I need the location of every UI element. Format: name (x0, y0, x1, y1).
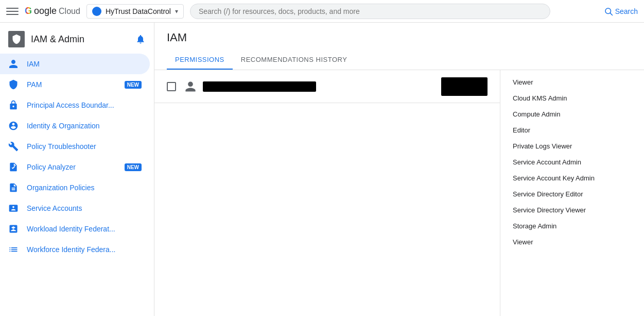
shield-icon (8, 31, 25, 47)
redacted-email (203, 81, 316, 92)
tabs: PERMISSIONS RECOMMENDATIONS HISTORY (167, 51, 632, 70)
shield-small-icon (8, 79, 19, 90)
sidebar-item-principal-access-label: Principal Access Boundar... (27, 101, 142, 109)
row-checkbox[interactable] (167, 82, 176, 91)
sidebar-title: IAM & Admin (31, 34, 84, 45)
project-selector[interactable]: HyTrust DataControl ▾ (86, 4, 184, 19)
role-item-editor[interactable]: Editor (500, 122, 644, 138)
page-title: IAM (167, 31, 632, 44)
sidebar-item-workforce-identity-label: Workforce Identity Federa... (27, 245, 142, 254)
main-header: IAM PERMISSIONS RECOMMENDATIONS HISTORY (154, 23, 644, 70)
search-icon (604, 7, 613, 16)
sidebar-item-org-policies-label: Organization Policies (27, 184, 142, 192)
policy-analyzer-new-badge: NEW (125, 163, 142, 171)
table-content (154, 70, 500, 316)
role-item-service-directory-viewer[interactable]: Service Directory Viewer (500, 202, 644, 218)
box-icon (8, 224, 19, 234)
sidebar-item-workload-identity-label: Workload Identity Federat... (27, 225, 142, 233)
sidebar-nav: IAM PAM NEW Principal Acce (0, 54, 154, 316)
topbar: G oogle Cloud HyTrust DataControl ▾ Sear… (0, 0, 644, 23)
role-item-viewer-2[interactable]: Viewer (500, 234, 644, 250)
search-bar[interactable] (190, 4, 550, 19)
sidebar-item-identity-org-label: Identity & Organization (27, 122, 142, 130)
role-item-storage-admin[interactable]: Storage Admin (500, 218, 644, 234)
sidebar-item-policy-analyzer-label: Policy Analyzer (27, 163, 116, 171)
pam-new-badge: NEW (125, 81, 142, 89)
tab-permissions[interactable]: PERMISSIONS (167, 51, 233, 70)
lock-icon (8, 100, 19, 110)
person-icon (8, 59, 19, 69)
table-row (154, 70, 500, 103)
sidebar-item-identity-org[interactable]: Identity & Organization (0, 115, 150, 136)
role-item-viewer-1[interactable]: Viewer (500, 74, 644, 90)
sidebar-item-policy-troubleshooter[interactable]: Policy Troubleshooter (0, 136, 150, 157)
sidebar-item-pam[interactable]: PAM NEW (0, 74, 150, 95)
list-check-icon (8, 162, 19, 172)
sidebar-item-service-accounts-label: Service Accounts (27, 204, 142, 212)
search-input[interactable] (199, 7, 542, 15)
role-item-private-logs-viewer[interactable]: Private Logs Viewer (500, 138, 644, 154)
hamburger-menu[interactable] (6, 5, 19, 18)
roles-panel: Viewer Cloud KMS Admin Compute Admin Edi… (500, 70, 644, 316)
chevron-down-icon: ▾ (175, 8, 178, 15)
google-logo-text: G (25, 6, 32, 16)
cloud-text: Cloud (59, 7, 80, 16)
role-item-compute-admin[interactable]: Compute Admin (500, 106, 644, 122)
svg-line-1 (610, 13, 612, 15)
list-icon (8, 244, 19, 255)
sidebar-item-workforce-identity[interactable]: Workforce Identity Federa... (0, 239, 150, 260)
sidebar-item-policy-troubleshooter-label: Policy Troubleshooter (27, 142, 142, 151)
sidebar-item-policy-analyzer[interactable]: Policy Analyzer NEW (0, 157, 150, 177)
person-circle-icon (8, 121, 19, 131)
table-area: Viewer Cloud KMS Admin Compute Admin Edi… (154, 70, 644, 316)
main-content: IAM PERMISSIONS RECOMMENDATIONS HISTORY (154, 23, 644, 316)
google-cloud-logo: G oogle Cloud (25, 6, 80, 16)
search-button[interactable]: Search (604, 7, 638, 16)
sidebar-item-workload-identity[interactable]: Workload Identity Federat... (0, 219, 150, 239)
sidebar-header: IAM & Admin (0, 23, 154, 54)
sidebar-item-service-accounts[interactable]: Service Accounts (0, 198, 150, 219)
role-item-cloud-kms-admin[interactable]: Cloud KMS Admin (500, 90, 644, 106)
sidebar-item-org-policies[interactable]: Organization Policies (0, 177, 150, 198)
redacted-role (441, 77, 488, 96)
role-item-service-directory-editor[interactable]: Service Directory Editor (500, 186, 644, 202)
project-dot-icon (92, 7, 101, 16)
doc-icon (8, 182, 19, 193)
role-item-service-account-key-admin[interactable]: Service Account Key Admin (500, 170, 644, 186)
sidebar-item-iam[interactable]: IAM (0, 54, 150, 74)
layout: IAM & Admin IAM (0, 23, 644, 316)
sidebar-item-pam-label: PAM (27, 80, 116, 89)
tab-recommendations[interactable]: RECOMMENDATIONS HISTORY (233, 51, 356, 70)
id-card-icon (8, 203, 19, 213)
person-row-icon (184, 80, 197, 93)
bell-icon[interactable] (135, 34, 146, 44)
sidebar-item-iam-label: IAM (27, 60, 142, 68)
google-full-text: oogle (34, 6, 57, 16)
role-item-service-account-admin[interactable]: Service Account Admin (500, 154, 644, 170)
search-button-label: Search (615, 7, 638, 15)
project-name: HyTrust DataControl (106, 7, 171, 15)
sidebar-item-principal-access[interactable]: Principal Access Boundar... (0, 95, 150, 115)
sidebar: IAM & Admin IAM (0, 23, 154, 316)
wrench-icon (8, 141, 19, 152)
